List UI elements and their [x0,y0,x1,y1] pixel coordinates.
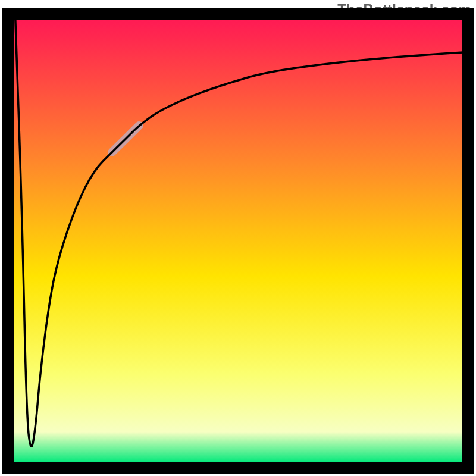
plot-background [13,19,463,463]
bottleneck-chart [0,0,476,476]
chart-container: TheBottleneck.com [0,0,476,476]
